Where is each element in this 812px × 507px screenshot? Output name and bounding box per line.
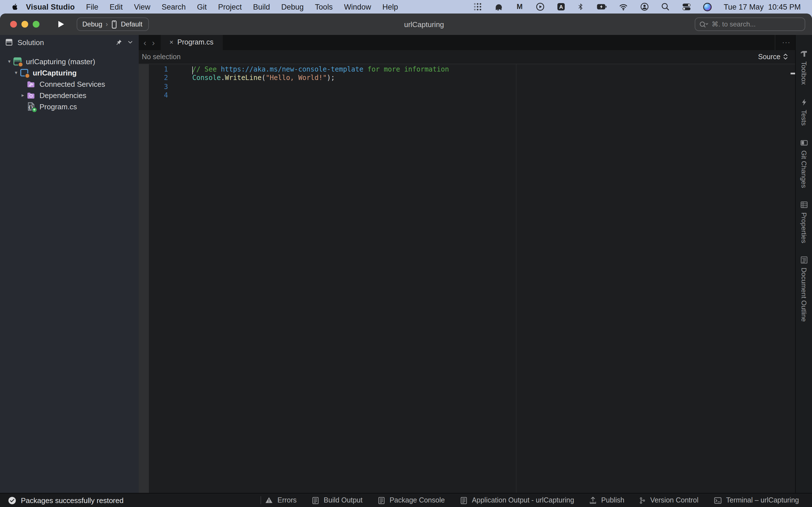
menu-bar-clock[interactable]: Tue 17 May 10:45 PM (724, 3, 801, 11)
wifi-icon[interactable] (619, 0, 628, 13)
code-token: https://aka.ms/new-console-template (221, 65, 363, 73)
tab-overflow-button[interactable]: ··· (775, 35, 791, 50)
app-menus: FileEditViewSearchGitProjectBuildDebugTo… (80, 3, 404, 11)
user-circle-icon[interactable] (640, 0, 649, 13)
menu-search[interactable]: Search (156, 3, 192, 11)
toolbox-icon (800, 50, 808, 58)
bottom-pad-terminal-urlcapturing[interactable]: Terminal – urlCapturing (713, 496, 799, 504)
tree-item-program-cs[interactable]: {}+ Program.cs (0, 101, 139, 112)
solution-pad: Solution ▾ urlCapturing (master) ▾ urlCa… (0, 35, 139, 493)
project-icon (20, 68, 29, 77)
disclosure-triangle[interactable]: ▾ (6, 59, 13, 64)
scrollbar-thumb[interactable] (791, 72, 795, 74)
tree-item-label: urlCapturing (master) (26, 57, 95, 66)
modified-badge (25, 73, 30, 78)
bluetooth-icon[interactable] (578, 0, 585, 13)
bottom-pad-label: Errors (277, 496, 297, 504)
zoom-window-button[interactable] (33, 21, 40, 27)
m-logo-icon[interactable]: M (516, 0, 524, 13)
battery-icon[interactable] (596, 0, 607, 13)
close-tab-icon[interactable]: × (169, 39, 173, 47)
publish-icon (589, 496, 597, 504)
global-search-field[interactable] (695, 17, 805, 31)
apple-menu-icon[interactable] (8, 2, 20, 11)
bottom-pad-label: Package Console (390, 496, 445, 504)
side-pad-toolbox[interactable]: Toolbox (796, 50, 812, 85)
code-line-2: 2 Console.WriteLine("Hello, World!"); (149, 74, 795, 83)
macos-menu-bar: Visual Studio FileEditViewSearchGitProje… (0, 0, 812, 13)
menu-git[interactable]: Git (192, 3, 213, 11)
line-number: 3 (149, 82, 168, 91)
pad-splitter[interactable] (139, 64, 149, 493)
output-icon (377, 496, 386, 504)
column-ruler (516, 64, 516, 493)
menu-help[interactable]: Help (377, 3, 404, 11)
bottom-pad-build-output[interactable]: Build Output (311, 496, 363, 504)
menu-window[interactable]: Window (338, 3, 377, 11)
added-badge: + (31, 107, 37, 113)
tree-item-urlcapturing[interactable]: ▾ urlCapturing (0, 67, 139, 78)
close-window-button[interactable] (10, 21, 17, 27)
disclosure-triangle[interactable]: ▾ (12, 70, 20, 75)
play-circle-icon[interactable] (536, 0, 545, 13)
bottom-pad-errors[interactable]: Errors (264, 496, 297, 504)
side-pad-document-outline[interactable]: Document Outline (796, 256, 812, 322)
menu-debug[interactable]: Debug (276, 3, 310, 11)
input-a-icon[interactable]: A (557, 0, 566, 13)
navigate-forward-button[interactable]: › (152, 38, 155, 47)
bottom-pad-application-output-urlcapturing[interactable]: Application Output - urlCapturing (460, 496, 574, 504)
spotlight-icon[interactable] (661, 0, 670, 13)
menu-project[interactable]: Project (212, 3, 247, 11)
siri-icon[interactable] (703, 0, 712, 13)
menu-build[interactable]: Build (247, 3, 275, 11)
bottom-pad-package-console[interactable]: Package Console (377, 496, 445, 504)
run-configuration-selector[interactable]: Debug › Default (77, 17, 149, 31)
tree-item-label: Connected Services (40, 80, 105, 88)
svg-text:A: A (559, 4, 563, 10)
search-input[interactable] (712, 20, 801, 28)
side-pad-properties[interactable]: Properties (796, 201, 812, 243)
solution-pad-header: Solution (0, 35, 139, 50)
pin-icon[interactable] (115, 39, 122, 46)
side-pad-label: Document Outline (800, 268, 808, 322)
control-center-icon[interactable] (682, 0, 692, 13)
csharp-file-icon: {}+ (27, 102, 36, 111)
menu-view[interactable]: View (128, 3, 156, 11)
status-icons: MA (473, 0, 712, 13)
chevron-down-icon[interactable] (126, 39, 133, 46)
code-text: Console.WriteLine("Hello, World!"); (192, 74, 335, 83)
bottom-pad-version-control[interactable]: Version Control (639, 496, 698, 504)
menu-tools[interactable]: Tools (309, 3, 338, 11)
menu-edit[interactable]: Edit (104, 3, 129, 11)
view-mode-selector[interactable]: Source (758, 53, 788, 61)
line-number: 2 (149, 74, 168, 83)
run-button[interactable] (56, 20, 65, 29)
minimize-window-button[interactable] (21, 21, 28, 27)
apps-grid-icon[interactable] (473, 0, 483, 13)
disclosure-triangle[interactable]: ▸ (19, 93, 27, 98)
tree-item-connected-services[interactable]: Connected Services (0, 78, 139, 90)
bottom-pad-label: Build Output (324, 496, 363, 504)
code-token: ( (262, 74, 266, 82)
solution-icon (13, 57, 22, 66)
code-line-3: 3 (149, 82, 795, 91)
tab-program-cs[interactable]: × Program.cs (160, 35, 222, 50)
code-line-1: 1 // See https://aka.ms/new-console-temp… (149, 65, 795, 74)
navigate-back-button[interactable]: ‹ (144, 38, 146, 47)
active-app-name[interactable]: Visual Studio (26, 3, 75, 11)
properties-icon (799, 201, 808, 209)
pad-title: Solution (17, 38, 110, 47)
side-pad-tests[interactable]: Tests (796, 98, 812, 126)
bottom-pad-publish[interactable]: Publish (589, 496, 624, 504)
bottom-pad-label: Publish (601, 496, 624, 504)
svg-text:M: M (517, 3, 523, 10)
side-pad-git-changes[interactable]: Git Changes (796, 138, 812, 188)
mammoth-icon[interactable] (494, 0, 504, 13)
code-editor[interactable]: 1 // See https://aka.ms/new-console-temp… (149, 64, 795, 493)
check-circle-icon (8, 496, 16, 504)
tree-item-dependencies[interactable]: ▸ Dependencies (0, 90, 139, 101)
device-label: Default (121, 20, 142, 28)
bottom-pad-label: Application Output - urlCapturing (472, 496, 574, 504)
tree-item-urlcapturing-master[interactable]: ▾ urlCapturing (master) (0, 56, 139, 67)
menu-file[interactable]: File (80, 3, 104, 11)
